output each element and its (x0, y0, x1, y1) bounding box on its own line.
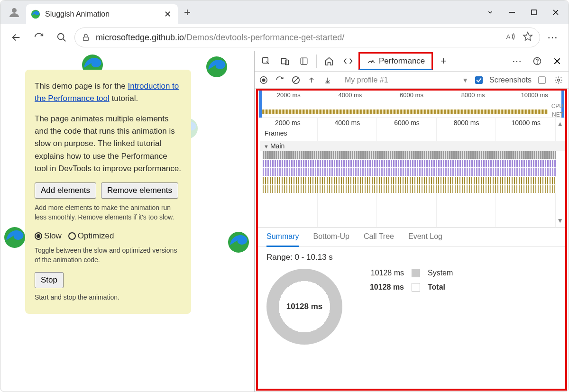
add-tab-button[interactable]: + (435, 53, 452, 70)
download-profile-button[interactable] (324, 76, 333, 84)
record-button[interactable] (259, 76, 269, 84)
perf-toolbar: My profile #1 ▼ Screenshots (255, 72, 569, 89)
screenshots-checkbox[interactable] (475, 76, 483, 84)
frames-track-label: Frames (265, 129, 287, 137)
inspect-icon[interactable] (257, 53, 275, 70)
timeline-detail[interactable]: 2000 ms 4000 ms 6000 ms 8000 ms 10000 ms… (258, 118, 565, 227)
back-button[interactable] (6, 28, 26, 47)
tab-call-tree[interactable]: Call Tree (364, 232, 394, 246)
cpu-label: CPU (551, 103, 563, 109)
stop-help: Start and stop the animation. (35, 293, 182, 302)
demo-info-panel: This demo page is for the Introduction t… (25, 70, 191, 314)
minimize-button[interactable] (501, 0, 523, 24)
overview-cpu-strip (262, 109, 548, 114)
flamechart[interactable] (263, 151, 556, 194)
profile-avatar[interactable] (6, 4, 22, 20)
legend-swatch-total (412, 283, 420, 292)
titlebar: Sluggish Animation ✕ + (0, 0, 569, 24)
read-aloud-icon[interactable]: A (505, 31, 516, 44)
edge-logo-icon (3, 226, 26, 249)
devtools-more-icon[interactable]: ⋯ (509, 53, 526, 70)
overview-ticks: 2000 ms 4000 ms 6000 ms 8000 ms 10000 ms (258, 91, 565, 99)
tab-event-log[interactable]: Event Log (408, 232, 442, 246)
main-track-label[interactable]: Main (260, 141, 565, 151)
address-bar[interactable]: microsoftedge.github.io/Demos/devtools-p… (74, 27, 540, 47)
demo-description: The page animates multiple elements and … (35, 113, 182, 175)
refresh-button[interactable] (29, 28, 49, 47)
svg-rect-3 (532, 10, 536, 15)
svg-line-32 (294, 78, 298, 82)
radio-optimized[interactable]: Optimized (68, 230, 114, 242)
panel-layout-icon[interactable] (295, 53, 312, 70)
new-tab-button[interactable]: + (178, 6, 197, 19)
summary-tabbar: Summary Bottom-Up Call Tree Event Log (258, 228, 565, 247)
close-window-button[interactable] (545, 0, 567, 24)
svg-point-26 (537, 63, 538, 63)
memory-checkbox[interactable] (538, 76, 548, 84)
add-remove-help: Add more elements to make the animation … (35, 203, 182, 222)
screenshots-label: Screenshots (489, 76, 532, 84)
favorite-icon[interactable] (523, 31, 533, 44)
timeline-overview[interactable]: 2000 ms 4000 ms 6000 ms 8000 ms 10000 ms… (258, 91, 565, 118)
url-path: /Demos/devtools-performance-get-started/ (184, 33, 344, 42)
svg-rect-9 (83, 37, 89, 41)
devtools-panel: Performance + ⋯ My profile #1 ▼ Screensh… (254, 51, 569, 392)
add-elements-button[interactable]: Add elements (35, 182, 96, 199)
svg-rect-36 (539, 77, 545, 83)
url-host: microsoftedge.github.io (96, 33, 184, 42)
svg-point-37 (558, 79, 560, 81)
perf-highlight-box: 2000 ms 4000 ms 6000 ms 8000 ms 10000 ms… (256, 89, 567, 391)
svg-point-30 (262, 78, 265, 82)
scroll-down-icon[interactable]: ▼ (557, 217, 563, 224)
edge-logo-icon (227, 231, 250, 254)
scroll-up-icon[interactable]: ▲ (557, 120, 563, 128)
range-text: Range: 0 - 10.13 s (258, 247, 565, 262)
page-content: This demo page is for the Introduction t… (0, 51, 254, 392)
svg-rect-22 (301, 58, 307, 64)
more-menu-button[interactable]: ⋯ (543, 28, 563, 47)
upload-profile-button[interactable] (308, 76, 317, 84)
svg-line-8 (63, 39, 66, 42)
remove-elements-button[interactable]: Remove elements (101, 182, 178, 199)
profile-dropdown[interactable]: ▼ (462, 76, 468, 84)
welcome-tab-icon[interactable] (321, 53, 338, 70)
svg-text:A: A (506, 33, 511, 40)
tab-title: Sluggish Animation (45, 10, 110, 18)
stop-button[interactable]: Stop (35, 272, 64, 288)
svg-marker-11 (523, 32, 532, 40)
clear-button[interactable] (292, 76, 301, 84)
performance-tab[interactable]: Performance (358, 52, 433, 70)
tab-summary[interactable]: Summary (266, 232, 299, 247)
reload-record-button[interactable] (275, 76, 285, 84)
profile-name[interactable]: My profile #1 (345, 76, 388, 84)
tab-bottom-up[interactable]: Bottom-Up (313, 232, 349, 246)
summary-donut: 10128 ms (266, 269, 342, 345)
edge-logo-icon (31, 9, 40, 19)
radio-slow[interactable]: Slow (35, 230, 62, 242)
summary-legend: 10128 ms System 10128 ms Total (361, 269, 453, 297)
chevron-down-icon[interactable] (479, 0, 501, 24)
close-tab-button[interactable]: ✕ (162, 9, 173, 19)
legend-swatch-system (412, 269, 420, 277)
net-label: NET (552, 111, 563, 118)
browser-tab[interactable]: Sluggish Animation ✕ (26, 4, 178, 24)
maximize-button[interactable] (523, 0, 545, 24)
edge-logo-icon (205, 55, 228, 78)
help-icon[interactable] (529, 53, 546, 70)
mode-help: Toggle between the slow and optimized ve… (35, 246, 182, 264)
elements-tab-icon[interactable] (340, 53, 357, 70)
lock-icon (82, 33, 90, 42)
perf-settings-icon[interactable] (554, 76, 564, 84)
performance-icon (367, 56, 376, 66)
svg-point-7 (58, 34, 64, 40)
search-button[interactable] (52, 28, 72, 47)
device-toggle-icon[interactable] (276, 53, 294, 70)
svg-point-0 (12, 8, 17, 13)
navbar: microsoftedge.github.io/Demos/devtools-p… (0, 24, 569, 51)
close-devtools-button[interactable] (549, 53, 566, 70)
devtools-tabbar: Performance + ⋯ (255, 51, 569, 72)
